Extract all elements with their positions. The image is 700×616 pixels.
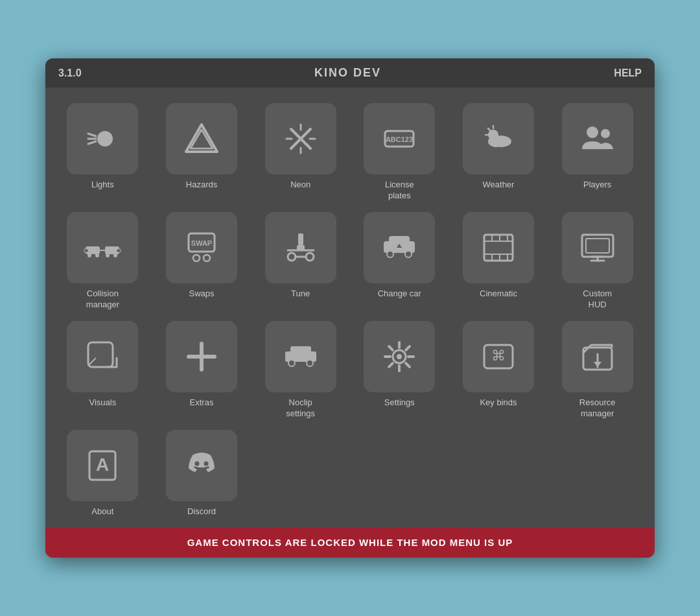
menu-item-noclip-settings[interactable]: Noclipsettings (256, 321, 345, 420)
svg-point-19 (488, 136, 504, 147)
lights-icon (83, 119, 122, 158)
lights-label: Lights (91, 180, 114, 191)
key-binds-icon-box[interactable]: ⌘ (463, 321, 534, 392)
menu-item-license-plates[interactable]: ABC123 Licenseplates (355, 103, 444, 202)
about-icon-box[interactable]: A (67, 430, 138, 501)
license-plates-label: Licenseplates (385, 180, 414, 202)
change-car-label: Change car (378, 289, 421, 300)
extras-icon-box[interactable] (166, 321, 237, 392)
menu-item-lights[interactable]: Lights (58, 103, 147, 202)
players-label: Players (583, 180, 611, 191)
menu-item-weather[interactable]: Weather (454, 103, 543, 202)
tune-icon-box[interactable] (265, 212, 336, 283)
svg-point-21 (601, 129, 610, 138)
menu-grid: Lights Hazards (58, 103, 642, 517)
discord-icon (182, 446, 221, 485)
custom-hud-icon (578, 228, 617, 267)
collision-manager-icon-box[interactable] (67, 212, 138, 283)
swaps-icon-box[interactable]: SWAP (166, 212, 237, 283)
resource-manager-icon (578, 337, 617, 376)
svg-rect-42 (389, 236, 410, 245)
app-window: 3.1.0 KINO DEV HELP Lights (45, 58, 655, 557)
weather-icon-box[interactable] (463, 103, 534, 174)
discord-icon-box[interactable] (166, 430, 237, 501)
svg-point-38 (288, 253, 296, 261)
svg-line-75 (406, 346, 410, 350)
cinematic-icon-box[interactable] (463, 212, 534, 283)
menu-item-hazards[interactable]: Hazards (158, 103, 246, 202)
svg-point-33 (193, 255, 200, 261)
license-plates-icon-box[interactable]: ABC123 (364, 103, 435, 174)
svg-text:A: A (96, 455, 109, 475)
resource-manager-icon-box[interactable] (562, 321, 633, 392)
about-icon: A (83, 446, 122, 485)
visuals-icon (83, 337, 122, 376)
svg-line-1 (88, 134, 96, 136)
menu-item-change-car[interactable]: Change car (355, 212, 444, 311)
cinematic-label: Cinematic (480, 289, 517, 300)
visuals-icon-box[interactable] (67, 321, 138, 392)
settings-label: Settings (384, 397, 415, 409)
resource-manager-label: Resourcemanager (579, 397, 616, 420)
about-label: About (91, 506, 113, 517)
svg-point-39 (306, 253, 314, 261)
noclip-settings-icon-box[interactable] (265, 321, 336, 392)
menu-item-resource-manager[interactable]: Resourcemanager (553, 321, 642, 420)
extras-icon (182, 337, 221, 376)
players-icon-box[interactable] (562, 103, 633, 174)
license-plates-icon: ABC123 (380, 119, 419, 158)
titlebar: 3.1.0 KINO DEV HELP (45, 58, 655, 88)
svg-point-83 (194, 461, 199, 466)
svg-point-68 (397, 354, 402, 359)
svg-rect-45 (484, 235, 513, 261)
key-binds-label: Key binds (480, 397, 517, 409)
svg-point-29 (113, 254, 117, 257)
svg-text:SWAP: SWAP (191, 239, 212, 247)
collision-manager-icon (83, 228, 122, 267)
svg-line-3 (88, 141, 96, 144)
hazards-icon-box[interactable] (166, 103, 237, 174)
menu-item-discord[interactable]: Discord (158, 430, 246, 517)
footer-text: GAME CONTROLS ARE LOCKED WHILE THE MOD M… (187, 537, 513, 548)
footer: GAME CONTROLS ARE LOCKED WHILE THE MOD M… (45, 528, 655, 558)
svg-line-17 (488, 128, 490, 130)
menu-item-cinematic[interactable]: Cinematic (454, 212, 543, 311)
swaps-icon: SWAP (182, 228, 221, 267)
settings-icon-box[interactable] (364, 321, 435, 392)
discord-label: Discord (187, 506, 216, 517)
custom-hud-icon-box[interactable] (562, 212, 633, 283)
menu-item-custom-hud[interactable]: CustomHUD (553, 212, 642, 311)
settings-icon (380, 337, 419, 376)
neon-icon (281, 119, 320, 158)
svg-line-60 (88, 358, 96, 366)
weather-icon (479, 119, 518, 158)
menu-item-about[interactable]: A About (58, 430, 147, 517)
key-binds-icon: ⌘ (479, 337, 518, 376)
noclip-settings-label: Noclipsettings (286, 397, 315, 420)
svg-point-24 (88, 254, 91, 257)
menu-item-tune[interactable]: Tune (256, 212, 345, 311)
menu-item-collision-manager[interactable]: Collisionmanager (58, 212, 147, 311)
lights-icon-box[interactable] (67, 103, 138, 174)
main-content: Lights Hazards (45, 88, 655, 527)
svg-point-66 (307, 360, 313, 366)
svg-point-28 (106, 254, 110, 257)
svg-point-0 (97, 131, 113, 147)
change-car-icon-box[interactable] (364, 212, 435, 283)
svg-text:⌘: ⌘ (491, 348, 506, 364)
svg-rect-23 (84, 249, 88, 252)
collision-manager-label: Collisionmanager (86, 289, 119, 311)
noclip-settings-icon (281, 337, 320, 376)
svg-text:ABC123: ABC123 (386, 136, 413, 143)
menu-item-players[interactable]: Players (553, 103, 642, 202)
neon-icon-box[interactable] (265, 103, 336, 174)
help-button[interactable]: HELP (614, 67, 642, 79)
menu-item-settings[interactable]: Settings (355, 321, 444, 420)
menu-item-extras[interactable]: Extras (158, 321, 246, 420)
menu-item-key-binds[interactable]: ⌘ Key binds (454, 321, 543, 420)
app-title: KINO DEV (314, 66, 381, 80)
svg-point-65 (288, 360, 295, 366)
menu-item-neon[interactable]: Neon (256, 103, 345, 202)
menu-item-swaps[interactable]: SWAP Swaps (158, 212, 246, 311)
menu-item-visuals[interactable]: Visuals (58, 321, 147, 420)
